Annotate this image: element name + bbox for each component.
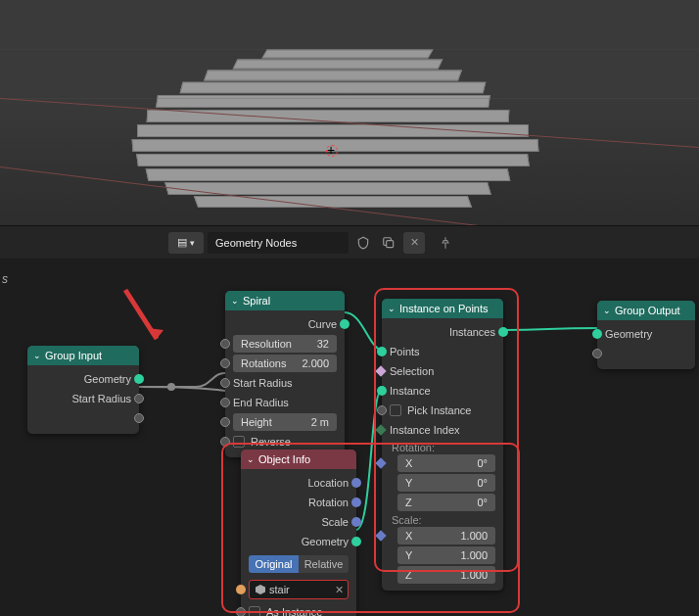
end-radius-label: End Radius (233, 397, 289, 408)
duplicate-icon[interactable] (378, 232, 399, 254)
node-header[interactable]: ⌄ Group Output (597, 301, 695, 320)
rotation-y-field[interactable]: Y 0° (397, 474, 495, 492)
node-editor-canvas[interactable]: s ⌄ Group Input Geometry Start Radius (0, 259, 699, 616)
node-title: Spiral (243, 295, 270, 307)
socket-output-scale[interactable] (351, 517, 361, 527)
height-field[interactable]: Height 2 m (233, 413, 337, 431)
socket-input-scale[interactable] (375, 530, 386, 541)
svg-rect-0 (387, 240, 394, 247)
rotation-x-field[interactable]: X 0° (397, 454, 495, 472)
output-label-geometry: Geometry (84, 373, 131, 385)
socket-output-empty[interactable] (134, 413, 144, 423)
input-label-geometry: Geometry (605, 328, 652, 340)
node-group-output[interactable]: ⌄ Group Output Geometry (597, 301, 695, 369)
socket-output-start-radius[interactable] (134, 394, 144, 403)
unlink-close-icon[interactable]: ✕ (403, 232, 425, 254)
node-editor-header: ▤▾ Geometry Nodes ✕ (0, 225, 699, 259)
scale-y-field[interactable]: Y 1.000 (397, 546, 495, 564)
svg-marker-2 (148, 328, 163, 339)
socket-output-geometry[interactable] (134, 374, 144, 384)
output-label-start-radius: Start Radius (71, 393, 131, 404)
viewport-3d[interactable] (0, 0, 699, 225)
node-tree-icon: ▤ (177, 236, 187, 249)
socket-input-start-radius[interactable] (220, 378, 230, 388)
socket-input-empty[interactable] (592, 349, 602, 358)
node-title: Group Input (45, 350, 102, 361)
tab-original[interactable]: Original (249, 555, 299, 573)
node-header[interactable]: ⌄ Group Input (27, 346, 139, 365)
socket-input-points[interactable] (377, 347, 387, 356)
input-label-pick-instance: Pick Instance (407, 404, 471, 416)
node-spiral[interactable]: ⌄ Spiral Curve Resolution 32 Rotations 2… (225, 291, 345, 457)
socket-input-reverse[interactable] (220, 437, 230, 447)
node-object-info[interactable]: ⌄ Object Info Location Rotation Scale Ge… (241, 450, 356, 616)
start-radius-label: Start Radius (233, 377, 293, 389)
editor-type-dropdown[interactable]: ▤▾ (168, 232, 204, 254)
as-instance-label: As Instance (266, 606, 322, 616)
tab-relative[interactable]: Relative (299, 555, 349, 573)
output-label-curve: Curve (308, 318, 337, 330)
nodegroup-name-field[interactable]: Geometry Nodes (208, 232, 349, 254)
input-label-points: Points (390, 346, 420, 357)
node-header[interactable]: ⌄ Spiral (225, 291, 345, 310)
as-instance-checkbox[interactable] (249, 606, 260, 616)
fake-user-shield-icon[interactable] (352, 232, 374, 254)
socket-input-instance[interactable] (377, 386, 387, 396)
socket-input-geometry[interactable] (592, 329, 602, 339)
node-group-input[interactable]: ⌄ Group Input Geometry Start Radius (27, 346, 139, 434)
reverse-label: Reverse (251, 436, 291, 448)
socket-input-resolution[interactable] (220, 339, 230, 349)
node-title: Object Info (258, 453, 310, 465)
node-header[interactable]: ⌄ Instance on Points (382, 299, 503, 318)
resolution-field[interactable]: Resolution 32 (233, 335, 337, 353)
rotation-section-label: Rotation: (382, 440, 503, 453)
axis-label: s (2, 272, 8, 286)
socket-input-as-instance[interactable] (236, 607, 246, 616)
object-name-label: stair (269, 584, 290, 595)
clear-object-icon[interactable]: ✕ (335, 584, 344, 596)
output-label-location: Location (307, 477, 349, 489)
object-picker-field[interactable]: stair ✕ (249, 580, 349, 599)
svg-point-1 (167, 383, 175, 391)
socket-input-end-radius[interactable] (220, 398, 230, 407)
output-label-instances: Instances (449, 326, 495, 338)
rotations-field[interactable]: Rotations 2.000 (233, 355, 337, 372)
node-title: Group Output (615, 305, 680, 316)
pick-instance-checkbox[interactable] (390, 404, 401, 416)
node-header[interactable]: ⌄ Object Info (241, 450, 356, 469)
mesh-data-icon (256, 585, 265, 594)
socket-input-rotation[interactable] (375, 457, 386, 468)
socket-output-location[interactable] (351, 478, 361, 488)
output-label-scale: Scale (321, 516, 349, 528)
node-instance-on-points[interactable]: ⌄ Instance on Points Instances Points Se… (382, 299, 503, 591)
socket-input-height[interactable] (220, 417, 230, 427)
rotation-z-field[interactable]: Z 0° (397, 494, 495, 511)
reverse-checkbox[interactable] (233, 436, 245, 448)
socket-output-instances[interactable] (498, 327, 508, 337)
input-label-instance-index: Instance Index (390, 424, 460, 436)
socket-input-instance-index[interactable] (375, 424, 386, 435)
scale-section-label: Scale: (382, 512, 503, 526)
socket-output-curve[interactable] (340, 319, 350, 329)
socket-input-pick-instance[interactable] (377, 405, 387, 415)
output-label-geometry: Geometry (302, 536, 349, 547)
input-label-instance: Instance (390, 385, 431, 397)
input-label-selection: Selection (390, 365, 434, 377)
nodegroup-name-label: Geometry Nodes (215, 237, 297, 249)
mesh-preview (88, 29, 578, 215)
socket-output-geometry[interactable] (351, 537, 361, 546)
node-title: Instance on Points (399, 303, 489, 314)
socket-input-object[interactable] (236, 585, 246, 594)
socket-input-selection[interactable] (375, 365, 386, 376)
scale-x-field[interactable]: X 1.000 (397, 527, 495, 545)
socket-output-rotation[interactable] (351, 498, 361, 507)
scale-z-field[interactable]: Z 1.000 (397, 566, 495, 584)
pin-icon[interactable] (435, 232, 456, 254)
output-label-rotation: Rotation (308, 497, 349, 508)
socket-input-rotations[interactable] (220, 358, 230, 368)
